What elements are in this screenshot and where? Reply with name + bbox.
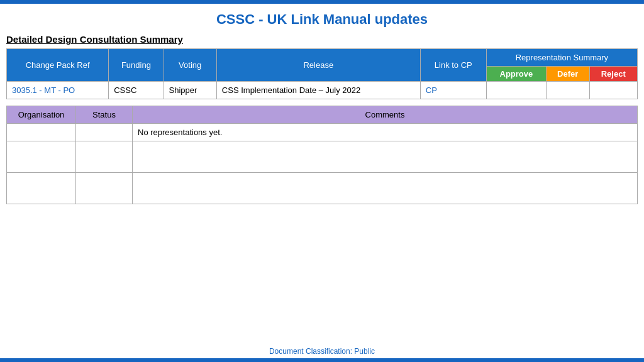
th-reject: Reject [589,67,638,82]
th-link-to-cp: Link to CP [420,49,486,82]
table-row [7,173,638,204]
th-status: Status [76,106,133,124]
footer-text: Document Classification: Public [0,347,644,356]
th-funding: Funding [109,49,164,82]
page-title: CSSC - UK Link Manual updates [0,4,644,31]
th-representation-summary: Representation Summary [486,49,637,67]
cell-organisation-3 [7,173,76,204]
cell-status-3 [76,173,133,204]
cell-funding: CSSC [109,82,164,99]
cell-comments-3 [133,173,638,204]
change-pack-ref-link[interactable]: 3035.1 - MT - PO [12,85,75,95]
cell-voting: Shipper [164,82,216,99]
th-approve: Approve [486,67,546,82]
cell-comments-1: No representations yet. [133,124,638,141]
cell-status-2 [76,141,133,173]
th-release: Release [216,49,420,82]
cell-comments-2 [133,141,638,173]
cell-release: CSS Implementation Date – July 2022 [216,82,420,99]
main-table-wrapper: Change Pack Ref Funding Voting Release L… [0,48,644,99]
cell-defer [546,82,589,99]
cell-approve [486,82,546,99]
table-header-row-1: Change Pack Ref Funding Voting Release L… [7,49,638,67]
th-organisation: Organisation [7,106,76,124]
th-comments: Comments [133,106,638,124]
main-table: Change Pack Ref Funding Voting Release L… [6,48,638,99]
second-table-wrapper: Organisation Status Comments No represen… [0,99,644,204]
second-table-header-row: Organisation Status Comments [7,106,638,124]
cell-reject [589,82,638,99]
section-title: Detailed Design Consultation Summary [0,31,644,48]
cell-link-to-cp[interactable]: CP [420,82,486,99]
table-row: No representations yet. [7,124,638,141]
cp-link[interactable]: CP [426,85,437,95]
cell-status-1 [76,124,133,141]
cell-change-pack-ref[interactable]: 3035.1 - MT - PO [7,82,109,99]
th-defer: Defer [546,67,589,82]
th-voting: Voting [164,49,216,82]
cell-organisation-2 [7,141,76,173]
table-row [7,141,638,173]
cell-organisation-1 [7,124,76,141]
table-row: 3035.1 - MT - PO CSSC Shipper CSS Implem… [7,82,638,99]
th-change-pack-ref: Change Pack Ref [7,49,109,82]
bottom-bar [0,358,644,362]
second-table: Organisation Status Comments No represen… [6,106,638,204]
